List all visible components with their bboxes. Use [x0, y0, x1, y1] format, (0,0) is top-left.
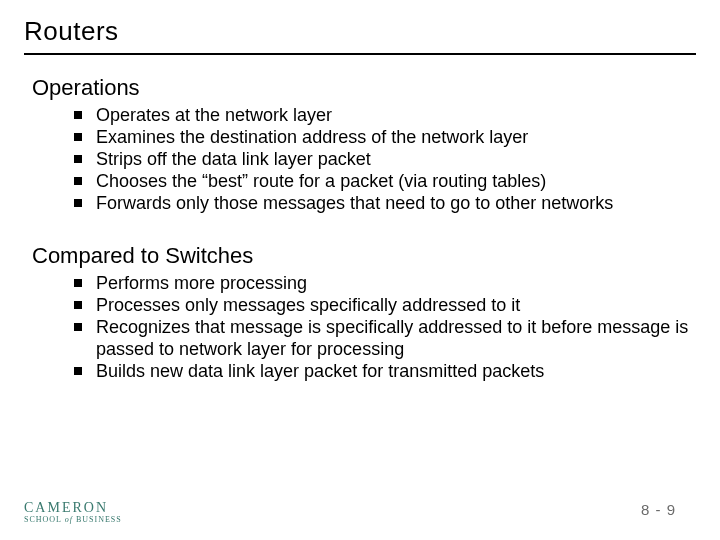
section-heading-operations: Operations — [32, 75, 696, 101]
bullet-list-compared: Performs more processing Processes only … — [74, 273, 696, 383]
list-item: Performs more processing — [74, 273, 696, 295]
logo-text-bottom: SCHOOL of BUSINESS — [24, 516, 122, 524]
section-heading-compared: Compared to Switches — [32, 243, 696, 269]
bullet-list-operations: Operates at the network layer Examines t… — [74, 105, 696, 215]
logo-bottom-prefix: SCHOOL — [24, 515, 65, 524]
logo-text-top: CAMERON — [24, 501, 122, 515]
list-item: Strips off the data link layer packet — [74, 149, 696, 171]
list-item: Operates at the network layer — [74, 105, 696, 127]
list-item: Processes only messages specifically add… — [74, 295, 696, 317]
page-number: 8 - 9 — [641, 501, 676, 518]
list-item: Chooses the “best” route for a packet (v… — [74, 171, 696, 193]
list-item: Recognizes that message is specifically … — [74, 317, 696, 361]
logo-bottom-suffix: BUSINESS — [73, 515, 122, 524]
logo-bottom-em: of — [65, 515, 73, 524]
logo: CAMERON SCHOOL of BUSINESS — [24, 501, 122, 524]
list-item: Builds new data link layer packet for tr… — [74, 361, 696, 383]
slide: Routers Operations Operates at the netwo… — [0, 0, 720, 540]
list-item: Examines the destination address of the … — [74, 127, 696, 149]
list-item: Forwards only those messages that need t… — [74, 193, 696, 215]
slide-title: Routers — [24, 12, 696, 55]
